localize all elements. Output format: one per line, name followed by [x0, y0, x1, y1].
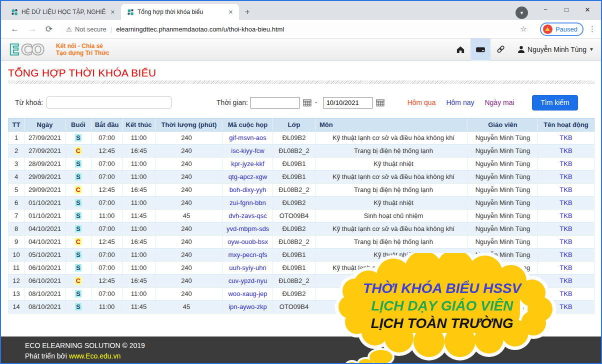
quick-link[interactable]: Hôm qua — [408, 98, 436, 106]
session-badge: S — [75, 212, 82, 220]
drive-icon[interactable] — [470, 38, 490, 60]
cell-date: 27/09/2021 — [24, 144, 66, 158]
session-badge: C — [75, 277, 82, 284]
cell-duration: 240 — [156, 196, 223, 210]
meeting-code-link[interactable]: oyw-ouob-bsx — [228, 238, 268, 246]
meeting-code-link[interactable]: uuh-syiy-uhn — [229, 264, 266, 272]
search-button[interactable]: Tìm kiếm — [532, 95, 578, 110]
tkb-link[interactable]: TKB — [560, 147, 572, 154]
chevron-down-icon: ▼ — [589, 46, 594, 52]
cell-meeting-code: yvd-mbpm-sds — [223, 222, 273, 236]
home-icon[interactable] — [450, 38, 470, 60]
url-text[interactable]: elearningdttec.phanmemdaotao.com/u/thoi-… — [116, 26, 520, 33]
cell-teacher: Nguyễn Minh Tùng — [468, 274, 538, 288]
cell-date: 06/10/2021 — [24, 274, 66, 288]
cell-teacher: Nguyễn Minh Tùng — [468, 262, 538, 274]
cell-duration: 240 — [156, 262, 223, 274]
session-badge: S — [75, 160, 82, 168]
tkb-link[interactable]: TKB — [560, 186, 572, 194]
cell-date: 29/09/2021 — [24, 184, 66, 196]
forward-icon[interactable]: → — [28, 24, 36, 34]
quick-link[interactable]: Hôm nay — [446, 98, 474, 106]
cell-date: 06/10/2021 — [24, 262, 66, 274]
tkb-link[interactable]: TKB — [560, 277, 572, 284]
tkb-link[interactable]: TKB — [560, 134, 572, 142]
tab-tong-hop-thoi-khoa-bieu[interactable]: Tổng hợp thời khóa biểu ✕ — [121, 4, 239, 20]
cell-teacher: Nguyễn Minh Tùng — [468, 196, 538, 210]
close-button[interactable]: ✕ — [577, 3, 598, 16]
meeting-code-link[interactable]: ipn-aywo-zkp — [228, 303, 267, 310]
link-icon[interactable] — [490, 38, 510, 60]
back-icon[interactable]: ← — [10, 24, 19, 34]
cell-start: 12:45 — [92, 274, 122, 288]
meeting-code-link[interactable]: woo-xaug-jep — [228, 290, 267, 298]
sync-paused-button[interactable]: Paused — [540, 22, 584, 36]
tab-title: HỆ DỮ LIỆU HỌC TẬP, NGHIÊN C — [22, 8, 106, 16]
cell-subject: Trang bị điện hệ thống lạnh — [316, 184, 468, 196]
svg-text:E: E — [9, 40, 18, 58]
cell-tt: 3 — [8, 158, 24, 170]
meeting-code-link[interactable]: gif-msvn-aos — [229, 134, 266, 142]
footer-copyright: ECO ELEARNING SOLUTION © 2019 — [25, 342, 601, 350]
keyword-input[interactable] — [46, 96, 172, 109]
meeting-code-link[interactable]: dvh-zavs-qsc — [228, 212, 267, 220]
meeting-code-link[interactable]: zui-fgnn-bbn — [230, 199, 266, 206]
tab-close-icon[interactable]: ✕ — [228, 9, 234, 16]
cell-session: S — [66, 132, 92, 144]
tab-close-icon[interactable]: ✕ — [110, 9, 116, 16]
user-menu[interactable]: Nguyễn Minh Tùng ▼ — [518, 46, 594, 54]
cell-meeting-code: woo-xaug-jep — [223, 288, 273, 300]
date-to-input[interactable] — [324, 97, 372, 108]
cell-activity: TKB — [538, 132, 594, 144]
cell-tt: 14 — [8, 300, 24, 314]
new-tab-button[interactable]: + — [245, 7, 250, 17]
browser-menu-icon[interactable]: ⋮ — [588, 24, 596, 34]
tkb-link[interactable]: TKB — [560, 160, 572, 168]
calendar-icon[interactable] — [303, 99, 312, 106]
meeting-code-link[interactable]: yvd-mbpm-sds — [226, 225, 269, 232]
cell-end: 16:45 — [122, 144, 156, 158]
address-bar[interactable]: ⚠ Not secure | elearningdttec.phanmemdao… — [60, 22, 533, 36]
eco-logo[interactable]: E CO Kết nối - Chia sẻ Tạo dựng Tri Thức — [9, 40, 110, 58]
timetable-header-row: TTNgàyBuổiBắt đầuKết thúcThời lượng (phú… — [8, 118, 594, 132]
tkb-link[interactable]: TKB — [560, 264, 572, 272]
table-row: 8 04/10/2021 S 07:00 11:00 240 yvd-mbpm-… — [8, 222, 594, 236]
tab-he-du-lieu[interactable]: HỆ DỮ LIỆU HỌC TẬP, NGHIÊN C ✕ — [5, 4, 121, 20]
footer-site-link[interactable]: www.Eco.edu.vn — [69, 352, 121, 360]
calendar-icon[interactable] — [376, 99, 384, 106]
quick-date-links: Hôm qua Hôm nay Ngày mai — [408, 98, 514, 106]
date-from-input[interactable] — [250, 97, 300, 108]
quick-link[interactable]: Ngày mai — [484, 98, 514, 106]
maximize-button[interactable]: □ — [556, 3, 577, 16]
meeting-code-link[interactable]: isc-kiyy-fcw — [231, 147, 264, 154]
bookmark-star-icon[interactable]: ☆ — [520, 24, 526, 34]
cell-date: 08/10/2021 — [24, 300, 66, 314]
reload-icon[interactable]: ⟳ — [46, 24, 52, 34]
tkb-link[interactable]: TKB — [560, 199, 572, 206]
cell-date: 28/09/2021 — [24, 158, 66, 170]
tkb-link[interactable]: TKB — [560, 238, 572, 246]
meeting-code-link[interactable]: kpr-jyze-kkf — [231, 160, 264, 168]
minimize-button[interactable]: − — [535, 3, 556, 16]
title-underline — [8, 80, 594, 84]
tkb-link[interactable]: TKB — [560, 225, 572, 232]
browser-profile-icon[interactable]: ▼ — [516, 6, 528, 19]
meeting-code-link[interactable]: mxy-pecn-qfs — [228, 251, 267, 258]
meeting-code-link[interactable]: boh-dixy-yyh — [230, 186, 266, 194]
meeting-code-link[interactable]: cuv-ypzd-nyu — [228, 277, 267, 284]
cell-teacher: Nguyễn Minh Tùng — [468, 236, 538, 248]
cell-meeting-code: cuv-ypzd-nyu — [223, 274, 273, 288]
cell-meeting-code: dvh-zavs-qsc — [223, 210, 273, 222]
cell-start: 07:00 — [92, 158, 122, 170]
cell-tt: 12 — [8, 274, 24, 288]
paused-label: Paused — [556, 26, 578, 33]
tkb-link[interactable]: TKB — [560, 303, 572, 310]
cell-end: 11:00 — [122, 288, 156, 300]
cell-class: OTO09B4 — [273, 210, 316, 222]
tkb-link[interactable]: TKB — [560, 290, 572, 298]
not-secure-warning-icon[interactable]: ⚠ — [66, 26, 72, 33]
tkb-link[interactable]: TKB — [560, 212, 572, 220]
meeting-code-link[interactable]: qtg-apcz-xgw — [228, 173, 267, 180]
tkb-link[interactable]: TKB — [560, 173, 572, 180]
tkb-link[interactable]: TKB — [560, 251, 572, 258]
